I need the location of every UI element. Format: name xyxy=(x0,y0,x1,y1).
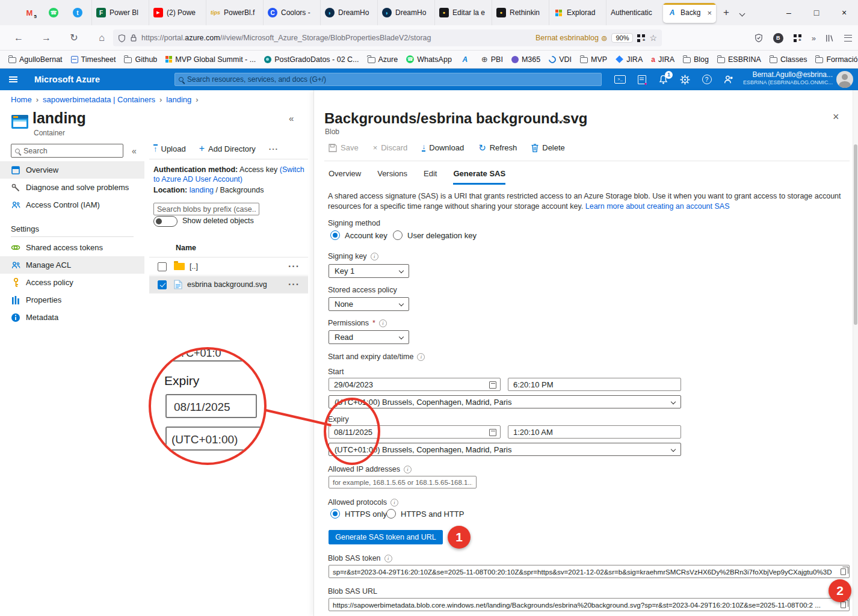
scrollbar-thumb[interactable] xyxy=(854,144,857,325)
location-landing-link[interactable]: landing xyxy=(190,186,214,194)
expiry-timezone-select[interactable]: (UTC+01:00) Brussels, Copenhagen, Madrid… xyxy=(329,443,681,456)
library-icon[interactable] xyxy=(825,34,834,43)
sidebar-item-overview[interactable]: Overview xyxy=(0,161,144,179)
bookmark-classes[interactable]: Classes xyxy=(770,55,807,64)
tab-authentication[interactable]: Authenticatic xyxy=(606,0,663,25)
info-icon[interactable]: i xyxy=(417,353,425,361)
calendar-icon[interactable] xyxy=(489,381,496,389)
upload-button[interactable]: ↑Upload xyxy=(153,144,186,153)
blob-prefix-search-input[interactable] xyxy=(157,205,256,214)
back-icon[interactable]: ← xyxy=(10,29,28,47)
start-time-field[interactable]: 6:20:10 PM xyxy=(508,378,681,391)
account-avatar-b[interactable]: B xyxy=(773,33,783,43)
breadcrumb-home[interactable]: Home xyxy=(11,95,32,104)
files-more-icon[interactable]: ··· xyxy=(269,144,279,153)
signing-key-select[interactable]: Key 1 xyxy=(329,264,409,278)
breadcrumb-storage-account[interactable]: sapowerbimetadata | Containers xyxy=(43,95,155,104)
pinned-tab-whatsapp[interactable]: ☎ xyxy=(46,4,61,22)
bookmark-mvp-summit[interactable]: MVP Global Summit - ... xyxy=(165,55,256,64)
minimize-button[interactable]: – xyxy=(775,0,803,25)
azure-search-input[interactable] xyxy=(187,75,597,84)
row-more-icon[interactable]: ··· xyxy=(288,261,300,272)
permissions-select[interactable]: Read xyxy=(329,330,409,344)
bookmark-vdi[interactable]: VDI xyxy=(549,55,572,64)
info-icon[interactable]: i xyxy=(371,253,378,260)
copy-icon[interactable] xyxy=(841,602,846,608)
sas-token-field[interactable]: sp=r&st=2023-04-29T16:20:10Z&se=2025-11-… xyxy=(329,565,850,578)
file-row-esbrina-background[interactable]: esbrina background.svg ··· xyxy=(149,276,308,294)
sidebar-item-diagnose[interactable]: Diagnose and solve problems xyxy=(0,179,144,196)
bookmark-azure-portal[interactable]: A xyxy=(460,55,473,64)
subscription-filter-icon[interactable] xyxy=(635,73,648,86)
tab-generate-sas[interactable]: Generate SAS xyxy=(453,169,505,185)
url-text[interactable]: https://portal.azure.com/#view/Microsoft… xyxy=(141,34,531,42)
tab-editar[interactable]: •Editar la e xyxy=(434,0,492,25)
calendar-icon[interactable] xyxy=(489,429,496,436)
bookmark-timesheet[interactable]: Timesheet xyxy=(71,55,116,64)
url-bar[interactable]: https://portal.azure.com/#view/Microsoft… xyxy=(113,29,662,46)
settings-gear-icon[interactable] xyxy=(679,73,691,86)
sidebar-item-properties[interactable]: Properties xyxy=(0,291,144,309)
stored-policy-select[interactable]: None xyxy=(329,297,409,311)
learn-more-link[interactable]: Learn more about creating an account SAS xyxy=(585,202,730,211)
bookmark-azure[interactable]: Azure xyxy=(368,55,398,64)
info-icon[interactable]: i xyxy=(379,319,387,327)
save-button[interactable]: Save xyxy=(329,143,359,152)
menu-search-input[interactable] xyxy=(23,147,119,155)
bookmark-m365[interactable]: M365 xyxy=(511,55,540,64)
pinned-tab-twitter[interactable]: t xyxy=(70,4,85,22)
protocol-https-only[interactable]: HTTPS only xyxy=(330,509,387,519)
blob-more-icon[interactable]: ··· xyxy=(557,116,569,126)
azure-search[interactable] xyxy=(174,73,602,86)
bookmark-mvp[interactable]: MVP xyxy=(580,55,607,64)
tab-close-icon[interactable]: × xyxy=(707,8,712,17)
bookmark-formacio[interactable]: Formació xyxy=(815,55,857,64)
bookmark-esbrina[interactable]: ESBRINA xyxy=(717,55,761,64)
info-icon[interactable]: i xyxy=(390,499,398,507)
signing-method-account-key[interactable]: Account key xyxy=(330,230,387,240)
help-icon[interactable]: ? xyxy=(700,73,713,86)
bookmark-postgradodatos[interactable]: PostGradoDatos - 02 C... xyxy=(264,55,359,64)
cloud-shell-icon[interactable]: >_ xyxy=(614,73,626,86)
bookmark-jira-2[interactable]: aJIRA xyxy=(651,55,674,64)
tab-overview[interactable]: Overview xyxy=(329,169,361,185)
sidebar-item-metadata[interactable]: Metadata xyxy=(0,309,144,326)
row-checkbox-checked[interactable] xyxy=(158,280,167,289)
row-more-icon[interactable]: ··· xyxy=(288,279,300,290)
allowed-ip-input[interactable] xyxy=(329,476,477,488)
expiry-time-field[interactable]: 1:20:10 AM xyxy=(508,425,681,439)
feedback-icon[interactable] xyxy=(722,73,735,86)
refresh-button[interactable]: ↻Refresh xyxy=(478,143,517,152)
breadcrumb-container[interactable]: landing xyxy=(166,95,191,104)
bookmark-blog[interactable]: Blog xyxy=(683,55,709,64)
start-timezone-select[interactable]: (UTC+01:00) Brussels, Copenhagen, Madrid… xyxy=(329,395,681,408)
bookmark-star-icon[interactable]: ☆ xyxy=(649,33,657,43)
bookmark-agullobernat[interactable]: AgulloBernat xyxy=(8,55,63,64)
sidebar-item-access-control[interactable]: Access Control (IAM) xyxy=(0,196,144,214)
zoom-level-badge[interactable]: 90% xyxy=(611,33,633,43)
tab-edit[interactable]: Edit xyxy=(424,169,437,185)
tab-rethinking[interactable]: •Rethinkin xyxy=(492,0,549,25)
tab-dreamhost-1[interactable]: ◗DreamHo xyxy=(320,0,377,25)
pinned-squares-icon[interactable]: + xyxy=(637,34,645,42)
sas-url-field[interactable]: https://sapowerbimetadata.blob.core.wind… xyxy=(329,598,850,611)
tab-dreamhost-2[interactable]: ◗DreamHo xyxy=(377,0,434,25)
menu-search[interactable] xyxy=(11,144,123,158)
blade-close-icon[interactable]: × xyxy=(833,111,839,123)
blade-collapse-icon[interactable]: « xyxy=(289,113,294,123)
tab-explorador[interactable]: Explorad xyxy=(549,0,606,25)
info-icon[interactable]: i xyxy=(384,555,392,562)
row-checkbox[interactable] xyxy=(158,262,167,271)
account-info[interactable]: Bernat.Agullo@esbrina... ESBRINA (ESBRIN… xyxy=(743,71,833,87)
azure-brand[interactable]: Microsoft Azure xyxy=(34,75,100,84)
tracking-shield-icon[interactable] xyxy=(118,34,126,43)
sidebar-item-manage-acl[interactable]: Manage ACL xyxy=(0,256,144,274)
file-row-parent[interactable]: [..] ··· xyxy=(149,258,308,276)
menu-collapse-icon[interactable]: « xyxy=(132,146,137,156)
download-button[interactable]: ↓Download xyxy=(422,143,464,152)
blob-prefix-search[interactable] xyxy=(153,203,259,215)
tab-backgrounds-active[interactable]: ABackg× xyxy=(663,3,716,23)
sidebar-item-shared-access-tokens[interactable]: Shared access tokens xyxy=(0,239,144,256)
menu-hamburger-icon[interactable] xyxy=(844,35,852,42)
reload-icon[interactable]: ↻ xyxy=(65,29,83,47)
